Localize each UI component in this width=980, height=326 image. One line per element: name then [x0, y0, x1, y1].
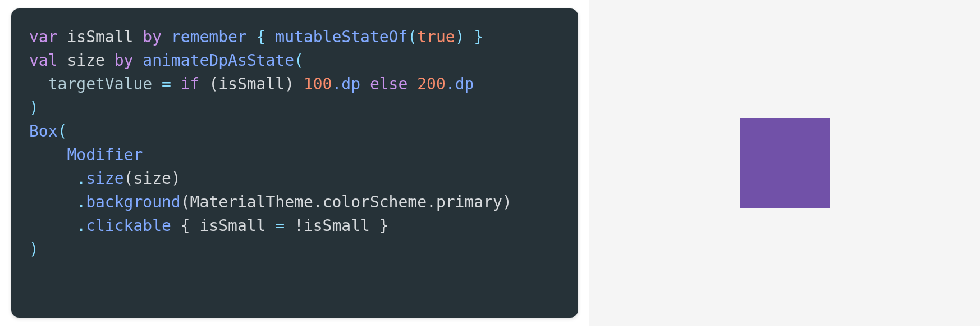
code-line-1: var isSmall by remember { mutableStateOf… [29, 28, 483, 46]
preview-panel [589, 0, 980, 326]
code-block: var isSmall by remember { mutableStateOf… [11, 8, 578, 318]
code-line-4: ) [29, 98, 39, 117]
code-line-5: Box( [29, 122, 67, 141]
code-line-6: Modifier [29, 146, 143, 164]
code-panel: var isSmall by remember { mutableStateOf… [0, 0, 589, 326]
code-line-2: val size by animateDpAsState( [29, 51, 304, 70]
code-line-9: .clickable { isSmall = !isSmall } [29, 216, 389, 235]
animated-box[interactable] [740, 118, 830, 208]
code-line-8: .background(MaterialTheme.colorScheme.pr… [29, 193, 512, 211]
code-line-3: targetValue = if (isSmall) 100.dp else 2… [29, 75, 474, 93]
code-line-10: ) [29, 240, 39, 259]
code-line-7: .size(size) [29, 169, 181, 188]
